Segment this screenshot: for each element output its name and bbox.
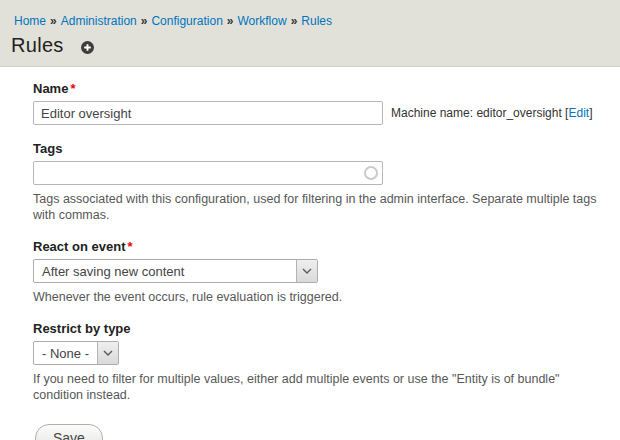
react-on-event-selected-value: After saving new content [34, 264, 192, 279]
restrict-by-type-select[interactable]: - None - [33, 341, 119, 365]
restrict-by-type-description: If you need to filter for multiple value… [33, 371, 607, 403]
react-on-event-description: Whenever the event occurs, rule evaluati… [33, 289, 607, 305]
tags-input[interactable] [33, 161, 383, 185]
breadcrumb-link-home[interactable]: Home [14, 14, 46, 28]
react-on-event-label: React on event* [33, 239, 608, 254]
breadcrumb-separator: » [50, 14, 57, 28]
add-shortcut-icon[interactable] [81, 41, 94, 54]
form-item-react-on-event: React on event* After saving new content… [33, 239, 608, 305]
tags-description: Tags associated with this configuration,… [33, 191, 607, 223]
form-item-tags: Tags Tags associated with this configura… [33, 141, 608, 223]
chevron-down-icon [296, 260, 317, 282]
name-label: Name* [33, 81, 608, 96]
tags-label: Tags [33, 141, 608, 156]
required-marker: * [127, 239, 132, 254]
machine-name-text: Machine name: editor_oversight [Edit] [391, 106, 592, 120]
breadcrumb-link-rules[interactable]: Rules [301, 14, 332, 28]
page-header: Home»Administration»Configuration»Workfl… [0, 0, 620, 67]
breadcrumb: Home»Administration»Configuration»Workfl… [14, 14, 620, 28]
breadcrumb-separator: » [291, 14, 298, 28]
form-item-restrict-by-type: Restrict by type - None - If you need to… [33, 321, 608, 403]
form-item-name: Name* Machine name: editor_oversight [Ed… [33, 81, 608, 125]
save-button[interactable]: Save [35, 424, 103, 440]
rules-settings-form: Name* Machine name: editor_oversight [Ed… [0, 67, 620, 440]
breadcrumb-separator: » [227, 14, 234, 28]
restrict-by-type-selected-value: - None - [34, 346, 97, 361]
breadcrumb-separator: » [141, 14, 148, 28]
react-on-event-select[interactable]: After saving new content [33, 259, 318, 283]
autocomplete-throbber-icon [364, 166, 378, 180]
page-title: Rules [11, 34, 64, 57]
breadcrumb-link-workflow[interactable]: Workflow [238, 14, 287, 28]
name-input[interactable] [33, 101, 383, 125]
restrict-by-type-label: Restrict by type [33, 321, 608, 336]
chevron-down-icon [97, 342, 118, 364]
breadcrumb-link-administration[interactable]: Administration [61, 14, 137, 28]
required-marker: * [70, 81, 75, 96]
breadcrumb-link-configuration[interactable]: Configuration [151, 14, 222, 28]
machine-name-edit-link[interactable]: Edit [568, 106, 589, 120]
